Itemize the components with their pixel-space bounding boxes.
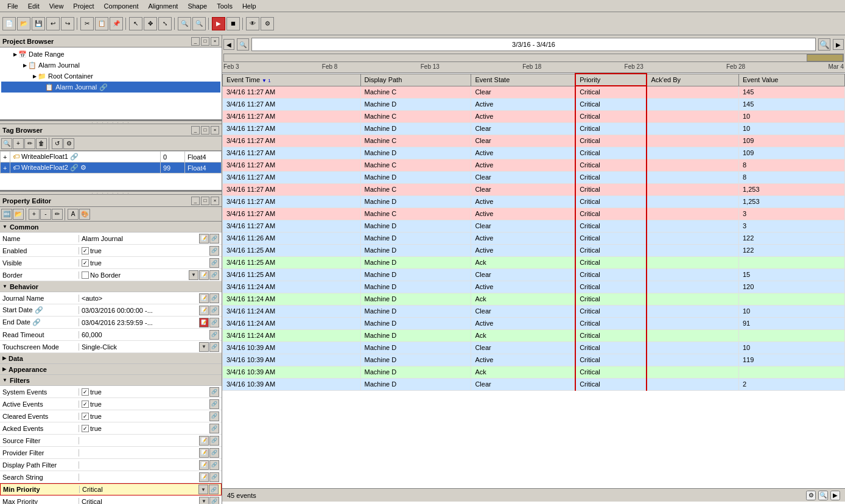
project-browser-close[interactable]: ×	[211, 37, 219, 46]
tag-toolbar-refresh[interactable]: ↺	[52, 138, 63, 149]
prop-start-binding-btn[interactable]: 🔗	[209, 306, 219, 315]
cleared-events-checkbox[interactable]: ✓	[82, 413, 89, 420]
prop-timeout-binding-btn[interactable]: 🔗	[209, 330, 219, 340]
toolbar-zoom-out[interactable]: 🔍	[192, 17, 206, 30]
toolbar-stop[interactable]: ⏹	[226, 17, 240, 30]
prop-add[interactable]: +	[29, 209, 40, 220]
prop-journal-edit-btn[interactable]: 📝	[199, 293, 209, 303]
prop-color[interactable]: 🎨	[79, 209, 90, 220]
prop-enabled-binding-btn[interactable]: 🔗	[209, 246, 219, 256]
prop-minpri-binding-btn[interactable]: 🔗	[209, 485, 219, 494]
table-row[interactable]: 3/4/16 11:26 AMMachine DActiveCritical12…	[223, 232, 845, 244]
table-row[interactable]: 3/4/16 11:27 AMMachine CClearCritical1,2…	[223, 183, 845, 195]
active-events-checkbox[interactable]: ✓	[82, 401, 89, 408]
menu-file[interactable]: File	[2, 1, 23, 11]
prop-name-edit-btn[interactable]: 📝	[199, 234, 209, 243]
prop-name-binding-btn[interactable]: 🔗	[209, 234, 219, 243]
prop-search-edit-btn[interactable]: 📝	[199, 472, 209, 482]
toolbar-resize[interactable]: ⤡	[158, 17, 172, 30]
prop-sort-cat[interactable]: 📂	[13, 209, 24, 220]
tree-item-daterange[interactable]: ▶ 📅 Date Range	[1, 49, 220, 60]
table-row[interactable]: 3/4/16 11:27 AMMachine DActiveCritical1,…	[223, 195, 845, 208]
menu-shape[interactable]: Shape	[183, 1, 212, 11]
visible-checkbox[interactable]: ✓	[82, 259, 89, 267]
section-behavior[interactable]: ▼ Behavior	[0, 281, 222, 292]
table-row[interactable]: 3/4/16 11:24 AMMachine DClearCritical10	[223, 305, 845, 317]
prop-touchscreen-binding-btn[interactable]: 🔗	[209, 342, 219, 352]
timeline-next[interactable]: ▶	[833, 39, 844, 50]
col-display-path[interactable]: Display Path	[360, 74, 471, 86]
timeline-prev[interactable]: ◀	[223, 39, 234, 50]
prop-provfilt-binding-btn[interactable]: 🔗	[209, 448, 219, 458]
table-row[interactable]: 3/4/16 11:27 AMMachine DActiveCritical14…	[223, 98, 845, 110]
tag-toolbar-config[interactable]: ⚙	[63, 138, 74, 149]
table-row[interactable]: 3/4/16 11:27 AMMachine DActiveCritical10…	[223, 147, 845, 159]
prop-maxpri-binding-btn[interactable]: 🔗	[209, 497, 219, 505]
table-row[interactable]: 3/4/16 11:24 AMMachine DAckCritical	[223, 329, 845, 341]
toolbar-run[interactable]: ▶	[212, 17, 225, 30]
system-events-checkbox[interactable]: ✓	[82, 388, 89, 396]
table-row[interactable]: 3/4/16 11:25 AMMachine DClearCritical15	[223, 268, 845, 281]
section-common[interactable]: ▼ Common	[0, 222, 222, 233]
prop-dpfilt-edit-btn[interactable]: 📝	[199, 460, 209, 470]
status-search-icon[interactable]: 🔍	[818, 491, 828, 500]
acked-events-checkbox[interactable]: ✓	[82, 425, 89, 432]
prop-ackev-binding-btn[interactable]: 🔗	[209, 424, 219, 433]
table-row[interactable]: 3/4/16 11:27 AMMachine CActiveCritical8	[223, 159, 845, 171]
prop-sort-alpha[interactable]: 🔤	[1, 209, 12, 220]
tag-browser-restore[interactable]: □	[201, 126, 209, 135]
prop-edit[interactable]: ✏	[52, 209, 63, 220]
table-row[interactable]: 3/4/16 11:27 AMMachine CActiveCritical3	[223, 208, 845, 220]
section-appearance[interactable]: ▶ Appearance	[0, 364, 222, 375]
timeline-zoom-icon[interactable]: 🔍	[818, 38, 830, 51]
enabled-checkbox[interactable]: ✓	[82, 247, 89, 254]
menu-component[interactable]: Component	[99, 1, 144, 11]
toolbar-move[interactable]: ✥	[144, 17, 157, 30]
project-browser-restore[interactable]: □	[201, 37, 209, 46]
tree-item-rootcontainer[interactable]: ▶ 📁 Root Container	[1, 71, 220, 82]
menu-tools[interactable]: Tools	[212, 1, 237, 11]
prop-dpfilt-binding-btn[interactable]: 🔗	[209, 460, 219, 470]
table-row[interactable]: 3/4/16 10:39 AMMachine DActiveCritical11…	[223, 354, 845, 366]
timeline-search[interactable]: 🔍	[237, 38, 249, 51]
property-editor-close[interactable]: ×	[211, 197, 219, 205]
prop-provfilt-edit-btn[interactable]: 📝	[199, 448, 209, 458]
table-row[interactable]: 3/4/16 11:27 AMMachine DClearCritical3	[223, 220, 845, 232]
prop-border-dropdown[interactable]: ▼	[189, 270, 198, 280]
section-data[interactable]: ▶ Data	[0, 353, 222, 364]
tag-toolbar-add[interactable]: +	[13, 138, 24, 149]
tag-toolbar-search[interactable]: 🔍	[1, 138, 12, 149]
prop-remove[interactable]: -	[40, 209, 51, 220]
toolbar-save[interactable]: 💾	[32, 17, 45, 30]
col-event-state[interactable]: Event State	[471, 74, 575, 86]
col-event-time[interactable]: Event Time ▼ 1	[223, 74, 361, 86]
tree-item-alarmjournal1[interactable]: ▶ 📋 Alarm Journal	[1, 60, 220, 71]
toolbar-preview[interactable]: 👁	[246, 17, 259, 30]
prop-end-edit-btn[interactable]: 📝	[199, 318, 209, 327]
table-row[interactable]: 3/4/16 11:27 AMMachine CActiveCritical10	[223, 110, 845, 122]
table-row[interactable]: 3/4/16 11:27 AMMachine CClearCritical145	[223, 86, 845, 98]
table-row[interactable]: 3/4/16 11:24 AMMachine DActiveCritical12…	[223, 281, 845, 293]
table-row[interactable]: 3/4/16 11:25 AMMachine DAckCritical	[223, 256, 845, 268]
prop-srcfilt-binding-btn[interactable]: 🔗	[209, 436, 219, 446]
project-browser-minimize[interactable]: _	[191, 37, 200, 46]
prop-visible-binding-btn[interactable]: 🔗	[209, 258, 219, 268]
prop-end-binding-btn[interactable]: 🔗	[209, 318, 219, 327]
prop-search-binding-btn[interactable]: 🔗	[209, 472, 219, 482]
property-editor-restore[interactable]: □	[201, 197, 209, 205]
toolbar-new[interactable]: 📄	[2, 17, 16, 30]
tree-item-alarmjournal2[interactable]: 📋 Alarm Journal 🔗	[1, 82, 220, 93]
table-row[interactable]: 3/4/16 10:39 AMMachine DClearCritical2	[223, 378, 845, 390]
prop-minpri-dropdown[interactable]: ▼	[198, 485, 208, 494]
menu-edit[interactable]: Edit	[23, 1, 44, 11]
table-row[interactable]: 3/4/16 10:39 AMMachine DAckCritical	[223, 366, 845, 378]
section-filters[interactable]: ▼ Filters	[0, 375, 222, 386]
timeline-scrollbar[interactable]	[223, 54, 844, 62]
tag-browser-close[interactable]: ×	[211, 126, 219, 135]
prop-journal-binding-btn[interactable]: 🔗	[209, 293, 219, 303]
prop-touchscreen-dropdown[interactable]: ▼	[199, 342, 209, 352]
toolbar-undo[interactable]: ↩	[46, 17, 60, 30]
toolbar-select[interactable]: ↖	[129, 17, 142, 30]
prop-actev-binding-btn[interactable]: 🔗	[209, 399, 219, 409]
timeline-thumb[interactable]	[807, 54, 843, 61]
